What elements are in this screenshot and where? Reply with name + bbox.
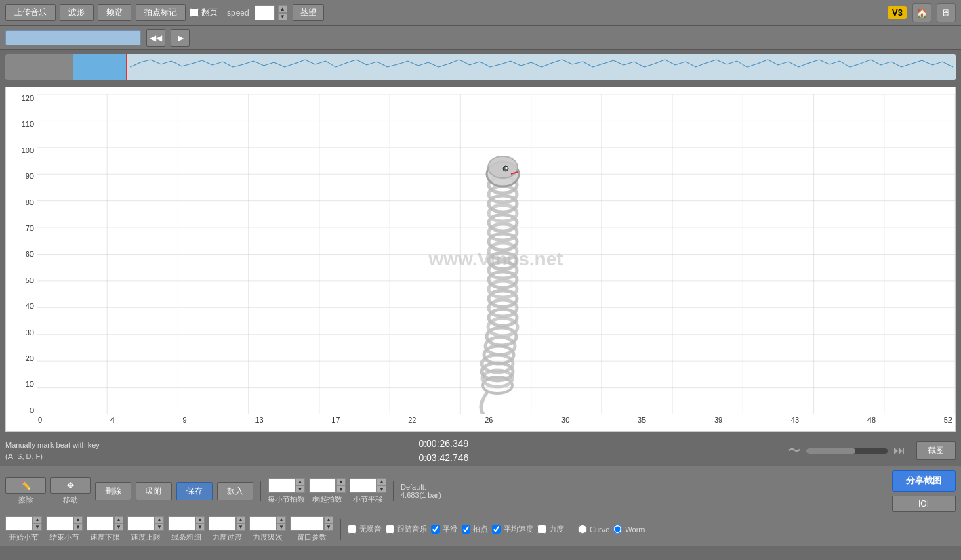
smooth-check-label: 平滑 [431, 524, 457, 534]
import-btn[interactable]: 款入 [217, 482, 253, 500]
beat-checkbox[interactable] [462, 525, 470, 534]
upload-music-btn[interactable]: 上传音乐 [5, 4, 56, 21]
speed-lower-field[interactable]: 0 [87, 516, 114, 531]
monitor-icon-btn[interactable]: 🖥 [937, 3, 956, 22]
start-beat-freq-up[interactable]: ▲ [336, 478, 346, 486]
beat-marker-btn[interactable]: 拍点标记 [136, 4, 186, 21]
delete-btn[interactable]: 删除 [95, 482, 131, 500]
x-4: 4 [110, 416, 115, 424]
move-icon: ✥ [67, 481, 74, 490]
share-btn[interactable]: 分享截图 [892, 470, 956, 492]
smooth-checkbox[interactable] [431, 525, 440, 534]
window-param-group: 4.683 ▲ ▼ 窗口参数 [290, 516, 333, 542]
end-bar-input: 7 ▲ ▼ [46, 516, 83, 531]
home-icon-btn[interactable]: 🏠 [912, 3, 931, 22]
window-param-field[interactable]: 4.683 [290, 516, 324, 531]
curve-radio[interactable] [578, 525, 587, 534]
waveform-bar [0, 50, 961, 84]
start-bar-up[interactable]: ▲ [33, 516, 42, 523]
y-70: 70 [26, 224, 34, 232]
hint-line2: (A, S, D, F) [5, 451, 100, 462]
x-39: 39 [714, 416, 722, 424]
wave-slider[interactable] [806, 448, 888, 454]
worm-text: Worm [625, 525, 645, 534]
bar-shift-field[interactable]: 0 [350, 478, 377, 493]
per-bar-beats-field[interactable]: 3 [268, 478, 295, 493]
move-label: 移动 [63, 495, 78, 505]
bar-shift-down[interactable]: ▼ [377, 486, 386, 493]
strength-step-down[interactable]: ▼ [277, 523, 286, 531]
bottom-controls: ✏️ 擦除 ✥ 移动 删除 吸附 保存 款入 3 ▲ ▼ 每小节拍数 [0, 466, 961, 546]
frequency-btn[interactable]: 频谱 [98, 4, 131, 21]
smooth-field[interactable]: 3 [168, 516, 195, 531]
time1: 0:00:26.349 [418, 437, 468, 451]
speed-up-btn[interactable]: ▲ [278, 5, 287, 13]
smooth-down[interactable]: ▼ [195, 523, 205, 531]
track-name-input[interactable]: 传聪 [5, 30, 141, 45]
speed-upper-field[interactable]: 120 [127, 516, 155, 531]
attach-btn[interactable]: 吸附 [136, 482, 172, 500]
waveform-container[interactable] [5, 54, 956, 80]
speed-lower-group: 0 ▲ ▼ 速度下限 [87, 516, 123, 542]
strength-field[interactable]: 20 [209, 516, 236, 531]
smooth-up[interactable]: ▲ [195, 516, 205, 523]
iol-btn[interactable]: IOI [892, 496, 956, 512]
play-btn[interactable]: ▶ [171, 29, 190, 47]
ctrl-row-1: ✏️ 擦除 ✥ 移动 删除 吸附 保存 款入 3 ▲ ▼ 每小节拍数 [5, 470, 956, 512]
no-noise-label: 无噪音 [348, 524, 382, 534]
waveform-left-gray [5, 54, 73, 80]
chart-area: 120 110 100 90 80 70 60 50 40 30 20 10 0 [5, 87, 956, 432]
strength-down[interactable]: ▼ [236, 523, 245, 531]
avg-speed-checkbox[interactable] [492, 525, 501, 534]
status-text: Manually mark beat with key (A, S, D, F) [5, 439, 100, 462]
erase-group: ✏️ 擦除 [5, 477, 46, 505]
waveform-selected [73, 54, 127, 80]
speed-upper-up[interactable]: ▲ [155, 516, 164, 523]
bar-shift-arrows: ▲ ▼ [377, 478, 386, 493]
strength-step-field[interactable]: 2 [249, 516, 277, 531]
chart-inner[interactable]: www.Vmus.net 0 4 9 13 17 22 26 30 35 39 … [37, 87, 955, 431]
speed-lower-up[interactable]: ▲ [114, 516, 123, 523]
x-52: 52 [944, 416, 952, 424]
strength-checkbox[interactable] [537, 525, 546, 534]
avg-speed-check-label: 平均速度 [492, 524, 533, 534]
save-btn[interactable]: 保存 [176, 482, 213, 500]
start-bar-down[interactable]: ▼ [33, 523, 42, 531]
window-param-down[interactable]: ▼ [324, 523, 333, 531]
speed-input[interactable]: 1 [255, 5, 275, 20]
per-bar-beats-up[interactable]: ▲ [295, 478, 305, 486]
erase-label: 擦除 [18, 495, 33, 505]
speed-upper-down[interactable]: ▼ [155, 523, 164, 531]
cut-btn[interactable]: 截图 [916, 441, 956, 460]
end-bar-up[interactable]: ▲ [73, 516, 83, 523]
window-param-arrows: ▲ ▼ [324, 516, 333, 531]
start-beat-freq-field[interactable]: 0 [309, 478, 336, 493]
y-30: 30 [26, 328, 34, 337]
per-bar-beats-down[interactable]: ▼ [295, 486, 305, 493]
prev-btn[interactable]: ◀◀ [146, 29, 165, 47]
window-param-up[interactable]: ▲ [324, 516, 333, 523]
move-btn[interactable]: ✥ [50, 477, 91, 494]
speed-lower-down[interactable]: ▼ [114, 523, 123, 531]
worm-radio[interactable] [613, 525, 622, 534]
start-bar-field[interactable]: 1 [5, 516, 33, 531]
wave-end-btn[interactable]: ⏭ [893, 444, 905, 458]
page-checkbox[interactable] [190, 8, 199, 17]
strength-arrows: ▲ ▼ [236, 516, 245, 531]
end-bar-down[interactable]: ▼ [73, 523, 83, 531]
speed-confirm-btn[interactable]: 茎望 [293, 4, 324, 21]
strength-up[interactable]: ▲ [236, 516, 245, 523]
waveform-btn[interactable]: 波形 [60, 4, 94, 21]
y-60: 60 [26, 250, 34, 258]
accompaniment-checkbox[interactable] [386, 525, 394, 534]
y-40: 40 [26, 302, 34, 310]
top-right-icons: V3 🏠 🖥 [888, 3, 956, 22]
y-20: 20 [26, 354, 34, 362]
erase-btn[interactable]: ✏️ [5, 477, 46, 494]
speed-down-btn[interactable]: ▼ [278, 13, 287, 20]
bar-shift-up[interactable]: ▲ [377, 478, 386, 486]
no-noise-checkbox[interactable] [348, 525, 356, 534]
strength-step-up[interactable]: ▲ [277, 516, 286, 523]
end-bar-field[interactable]: 7 [46, 516, 73, 531]
start-beat-freq-down[interactable]: ▼ [336, 486, 346, 493]
